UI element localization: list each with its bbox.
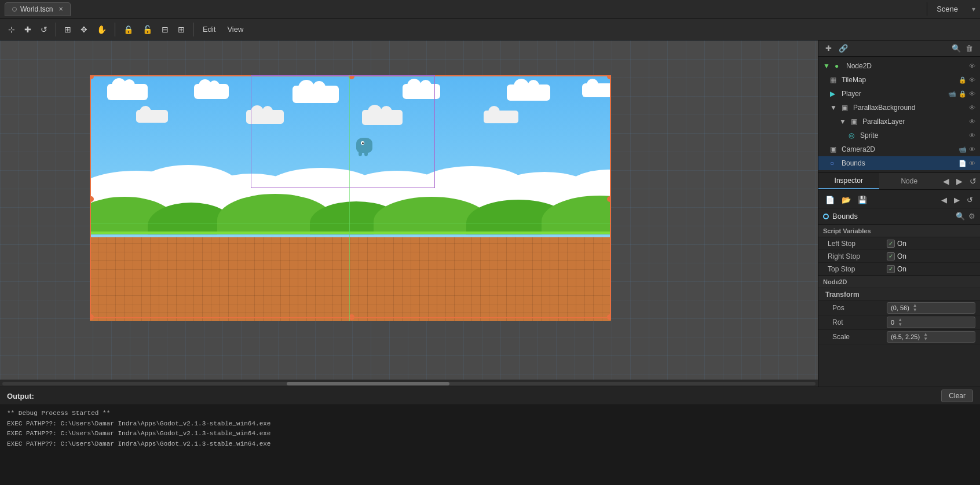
node2d-eye-icon[interactable]: 👁 [969,63,975,69]
cloud5 [507,84,550,101]
canvas-scrollbar[interactable] [0,380,818,387]
left-stop-checkbox[interactable]: ✓ [887,240,895,248]
pos-stepper[interactable]: ▲ ▼ [913,303,917,313]
scrollbar-thumb[interactable] [287,382,449,385]
prop-right-stop: Right Stop ✓ On [818,250,980,263]
tree-item-node2d[interactable]: ▼ ● Node2D 👁 [818,59,980,73]
inspector-content: 📄 📂 💾 ◀ ▶ ↺ Bounds 🔍 ⚙ Script Variables … [818,190,980,387]
scale-value-box[interactable]: (6.5, 2.25) ▲ ▼ [887,331,975,343]
grid-snap-tool[interactable]: ⊟ [158,23,172,36]
main-area: ✚ 🔗 🔍 🗑 ▼ ● Node2D 👁 ▦ TileMap 🔒 👁 [0,41,980,387]
tree-item-camera2d[interactable]: ▣ Camera2D 📹 👁 [818,142,980,156]
rot-stepper[interactable]: ▲ ▼ [898,318,902,327]
inspector-search-icon[interactable]: 🔍 [956,212,965,221]
scene-link-btn[interactable]: 🔗 [836,43,850,54]
world-tab[interactable]: World.tscn ✕ [5,2,71,16]
inspector-open-script[interactable]: 📂 [839,194,853,205]
cloud1 [107,84,148,100]
sprite-eye-icon[interactable]: 👁 [969,132,975,139]
camera2d-eye-icon[interactable]: 👁 [969,146,975,153]
inspector-history[interactable]: ↺ [964,194,975,205]
rot-down[interactable]: ▼ [898,322,902,327]
rot-value-text: 0 [891,319,894,326]
scene-chevron[interactable]: ▾ [967,3,980,16]
player-cam-icon: 📹 [948,90,956,98]
bounds-eye-icon[interactable]: 👁 [969,160,975,167]
unlock-tool[interactable]: 🔓 [139,23,156,36]
inspector-save-script[interactable]: 💾 [855,194,869,205]
tree-item-tilemap[interactable]: ▦ TileMap 🔒 👁 [818,73,980,87]
tree-label-tilemap: TileMap [842,76,956,84]
main-toolbar: ⊹ ✚ ↺ ⊞ ✥ ✋ 🔒 🔓 ⊟ ⊞ Edit View [0,19,980,41]
scene-canvas[interactable] [0,41,818,380]
view-menu[interactable]: View [222,23,248,36]
node2d-type-icon: ● [835,62,844,70]
top-stop-value: ✓ On [887,265,975,273]
smart-snap-tool[interactable]: ⊞ [174,23,188,36]
pos-value-box[interactable]: (0, 56) ▲ ▼ [887,302,975,314]
right-stop-value: ✓ On [887,252,975,260]
player-eye-icon[interactable]: 👁 [969,90,975,97]
tilemap-eye-icon[interactable]: 👁 [969,76,975,83]
parallaxbg-type-icon: ▣ [842,104,851,112]
tilemap-lock-icon[interactable]: 🔒 [959,76,967,84]
green-hills [90,191,611,234]
parallaxlayer-eye-icon[interactable]: 👁 [969,118,975,125]
scrollbar-track[interactable] [2,382,816,385]
ground-dirt [90,237,611,321]
group-tool[interactable]: ⊞ [61,23,75,36]
hand-tool[interactable]: ✋ [93,23,110,36]
scale-stepper[interactable]: ▲ ▼ [923,332,928,341]
top-stop-label: Top Stop [823,265,887,273]
prop-rot: Rot 0 ▲ ▼ [818,315,980,330]
inspector-left-arrow[interactable]: ◀ [939,173,953,189]
inspector-next[interactable]: ▶ [952,194,962,205]
parallaxbg-eye-icon[interactable]: 👁 [969,104,975,111]
right-stop-checkbox[interactable]: ✓ [887,252,895,260]
rot-value-box[interactable]: 0 ▲ ▼ [887,317,975,328]
move-tool[interactable]: ✥ [77,23,91,36]
scene-add-btn[interactable]: ✚ [823,43,834,54]
tab-close-icon[interactable]: ✕ [58,6,63,12]
inspector-node-dot [823,214,829,219]
player-lock-icon[interactable]: 🔒 [959,90,967,98]
inspector-tab-inspector[interactable]: Inspector [818,173,879,189]
tree-item-parallaxbg[interactable]: ▼ ▣ ParallaxBackground 👁 [818,101,980,115]
grass-line [90,232,611,234]
output-text: ** Debug Process Started ** EXEC PATHP??… [0,405,980,485]
tree-item-parallaxlayer[interactable]: ▼ ▣ ParallaxLayer 👁 [818,115,980,128]
prop-pos: Pos (0, 56) ▲ ▼ [818,301,980,315]
output-header: Output: Clear [0,387,980,405]
player-type-icon: ▶ [830,90,839,98]
inspector-new-script[interactable]: 📄 [823,194,837,205]
camera2d-type-icon: ▣ [830,145,839,153]
scene-btn[interactable]: Scene [927,2,967,16]
top-stop-checkbox[interactable]: ✓ [887,265,895,273]
pos-down[interactable]: ▼ [913,308,917,313]
add-tool[interactable]: ✚ [21,23,35,36]
scene-tree: ▼ ● Node2D 👁 ▦ TileMap 🔒 👁 ▶ Player 📹 🔒 … [818,57,980,173]
cloud-m1 [136,110,168,123]
scale-label: Scale [823,333,887,341]
inspector-toolbar: 📄 📂 💾 ◀ ▶ ↺ [818,192,980,208]
scene-search-btn[interactable]: 🔍 [949,43,963,54]
tree-item-sprite[interactable]: ◎ Sprite 👁 [818,128,980,142]
lock-tool[interactable]: 🔒 [120,23,137,36]
inspector-gear-icon[interactable]: ⚙ [968,212,975,221]
tree-item-player[interactable]: ▶ Player 📹 🔒 👁 [818,87,980,101]
output-title: Output: [7,392,34,401]
right-stop-on: On [897,252,906,260]
rot-label: Rot [823,318,887,326]
inspector-right-arrow[interactable]: ▶ [953,173,966,189]
scene-delete-btn[interactable]: 🗑 [963,43,975,54]
scale-down[interactable]: ▼ [923,337,928,341]
bounds-type-icon: ○ [830,159,839,167]
tree-item-bounds[interactable]: ○ Bounds 📄 👁 [818,156,980,170]
inspector-tab-node[interactable]: Node [879,173,940,189]
inspector-refresh[interactable]: ↺ [966,173,980,189]
clear-button[interactable]: Clear [941,390,973,402]
undo-tool[interactable]: ↺ [37,23,51,36]
select-tool[interactable]: ⊹ [5,23,19,36]
edit-menu[interactable]: Edit [198,23,220,36]
inspector-prev[interactable]: ◀ [939,194,949,205]
